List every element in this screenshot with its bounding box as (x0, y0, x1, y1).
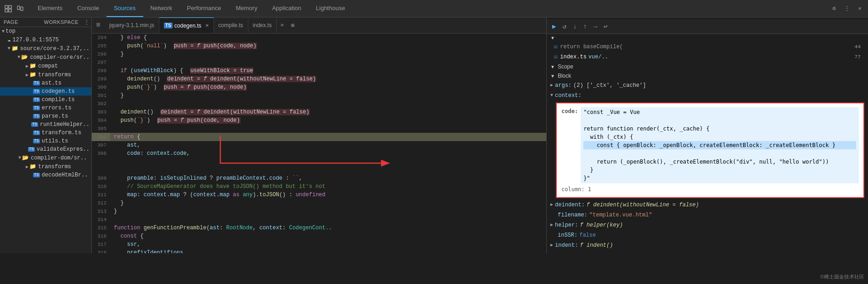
call-stack-item-2[interactable]: ☑ index.ts vue/.. 77 (547, 52, 868, 62)
expand-icon[interactable]: ▶ (550, 81, 553, 90)
tree-item-decode[interactable]: TS decodeHtmlBr.. (0, 171, 91, 179)
tree-item-top[interactable]: ▼ top (0, 27, 91, 35)
code-line-297: 297 (92, 58, 546, 67)
args-key: args: (555, 81, 571, 90)
file-tab-label: index.ts (253, 22, 272, 28)
tab-network[interactable]: Network (143, 0, 180, 17)
code-line-296: 296 } (92, 50, 546, 58)
code-line-310: 310 // SourceMapGenerator does have toJS… (92, 182, 546, 191)
code-line-294: 294 } else { (92, 34, 546, 42)
tree-item-compiler-core[interactable]: ▼ 📂 compiler-core/sr.. (0, 53, 91, 62)
call-item-fn: index.ts (560, 53, 587, 61)
section-arrow: ▼ (550, 74, 555, 79)
file-tab-compile[interactable]: compile.ts (214, 17, 248, 33)
tree-item-parse[interactable]: TS parse.ts (0, 112, 91, 120)
ts-badge: TS (28, 147, 35, 152)
file-tab-index[interactable]: index.ts (248, 17, 277, 33)
ts-badge: TS (33, 81, 40, 85)
checkbox-icon: ☑ (554, 53, 557, 61)
tree-label: runtimeHelper.. (40, 121, 90, 128)
inspect-icon[interactable] (4, 4, 13, 13)
tree-item-transform[interactable]: TS transform.ts (0, 129, 91, 137)
device-icon[interactable] (16, 4, 25, 13)
folder-icon: 📁 (29, 163, 36, 170)
expand-icon[interactable]: ▶ (550, 201, 553, 209)
tree-item-validate[interactable]: TS validateExpres.. (0, 145, 91, 153)
tree-item-transforms2[interactable]: ▶ 📁 transforms (0, 162, 91, 171)
topbar-right: ⚙ ⋮ ✕ (829, 4, 864, 13)
code-val-line5: const { openBlock: _openBlock, createEle… (583, 141, 856, 149)
step-into-icon[interactable]: ↓ (571, 22, 578, 31)
section-arrow: ▼ (550, 35, 555, 40)
tree-item-compat[interactable]: ▶ 📁 compat (0, 62, 91, 70)
expand-icon[interactable]: ▶ (550, 221, 553, 229)
svg-rect-4 (17, 6, 20, 10)
tree-label: transforms (38, 72, 71, 78)
deactivate-icon[interactable]: ↩ (602, 22, 609, 31)
sidebar-toggle-icon[interactable]: ⊞ (287, 22, 298, 29)
tree-item-runtime[interactable]: TS runtimeHelper.. (0, 120, 91, 129)
file-navigator-icon[interactable]: ≡ (94, 21, 103, 30)
inssr-value: false (579, 231, 596, 239)
tab-sources[interactable]: Sources (106, 0, 143, 17)
tab-elements[interactable]: Elements (30, 0, 70, 17)
file-tab-label: codegen.ts (174, 23, 202, 29)
call-stack-section[interactable]: ▼ (547, 34, 868, 42)
chevron-icon: ▼ (17, 55, 20, 60)
code-line-315: 315 function genFunctionPreamble(ast: Ro… (92, 224, 546, 232)
workspace-section[interactable]: Workspace (40, 17, 82, 27)
tab-lighthouse[interactable]: Lighthouse (308, 0, 353, 17)
step-icon[interactable]: → (592, 22, 599, 31)
file-tab-codegen[interactable]: TS codegen.ts ✕ (159, 17, 214, 33)
step-over-icon[interactable]: ↺ (560, 22, 568, 31)
tree-label: decodeHtmlBr.. (42, 172, 88, 178)
scope-section-header[interactable]: ▼ Scope (547, 62, 868, 71)
tree-item-transforms[interactable]: ▶ 📁 transforms (0, 70, 91, 79)
code-val-line1: "const _Vue = Vue (583, 108, 856, 116)
code-line-312: 312 } (92, 199, 546, 207)
tree-item-source[interactable]: ▼ 📁 source/core-3.2.37,.. (0, 44, 91, 53)
ts-badge: TS (33, 89, 40, 94)
call-stack-item-1[interactable]: ☑ return baseCompile( 44 (547, 42, 868, 52)
tree-item-compile[interactable]: TS compile.ts (0, 96, 91, 104)
code-line-311: 311 map: context.map ? (context.map as a… (92, 191, 546, 199)
page-section[interactable]: Page (0, 17, 40, 27)
tab-application[interactable]: Application (265, 0, 309, 17)
call-item-text: return baseCompile( (560, 43, 623, 51)
tree-item-errors[interactable]: TS errors.ts (0, 104, 91, 112)
tree-item-compiler-dom[interactable]: ▼ 📂 compiler-dom/sr.. (0, 153, 91, 162)
code-line-299: 299 deindent() deindent = f deindent(wit… (92, 75, 546, 83)
tree-label: compiler-core/sr.. (30, 54, 90, 61)
block-section-header[interactable]: ▼ Block (547, 71, 868, 80)
svg-rect-1 (9, 6, 11, 8)
tree-item-utils[interactable]: TS utils.ts (0, 137, 91, 145)
settings-icon[interactable]: ⚙ (829, 4, 839, 13)
tree-label: codegen.ts (42, 88, 75, 95)
chevron-icon: ▼ (2, 29, 5, 34)
step-out-icon[interactable]: ↑ (581, 22, 588, 31)
close-icon[interactable]: ✕ (855, 4, 864, 13)
code-line-304: 304 push(`}`) push = f push(code, node) (92, 116, 546, 125)
tree-label: 127.0.0.1:5575 (12, 37, 59, 43)
close-tab-icon[interactable]: ✕ (205, 23, 209, 28)
tab-console[interactable]: Console (70, 0, 106, 17)
file-tab-label: compile.ts (218, 22, 243, 28)
resume-icon[interactable]: ▶ (550, 22, 558, 31)
tree-item-server[interactable]: ☁ 127.0.0.1:5575 (0, 35, 91, 44)
tab-performance[interactable]: Performance (179, 0, 228, 17)
file-tab-jquery[interactable]: jquery-3.1.1.min.js (105, 17, 159, 33)
expand-icon[interactable]: ▶ (550, 241, 553, 250)
tree-item-ast[interactable]: TS ast.ts (0, 79, 91, 87)
tree-label: validateExpres.. (37, 146, 90, 153)
tree-item-codegen[interactable]: TS codegen.ts (0, 87, 91, 96)
tree-label: compile.ts (42, 97, 75, 103)
expand-icon[interactable]: ▼ (550, 91, 553, 100)
deindent-row: ▶ deindent: f deindent(withoutNewLine = … (547, 200, 868, 210)
tab-memory[interactable]: Memory (229, 0, 265, 17)
more-icon[interactable]: ⋮ (842, 4, 851, 13)
more-tabs-icon[interactable]: » (277, 22, 287, 28)
ts-badge: TS (164, 23, 173, 28)
code-line-318: 318 prefixIdentifions.. (92, 249, 546, 253)
more-options-icon[interactable]: ⋮ (82, 17, 91, 27)
indent-value: f indent() (580, 241, 613, 250)
